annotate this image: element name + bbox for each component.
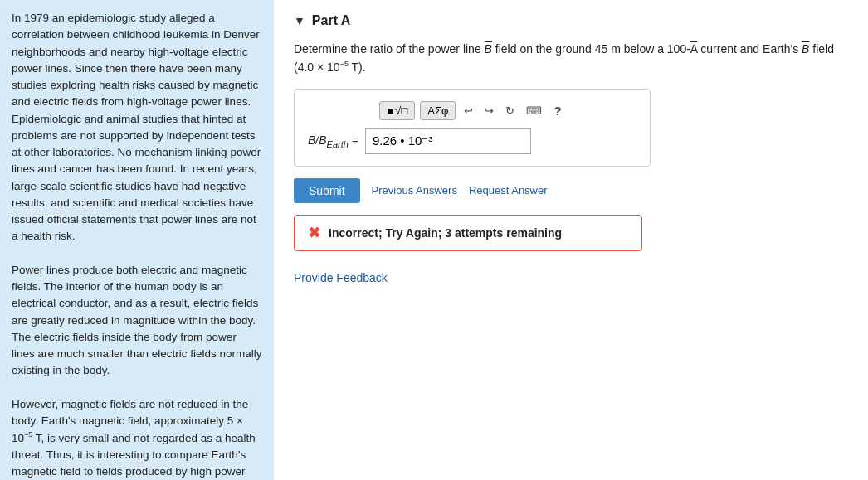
- x-icon: ✖: [308, 224, 320, 242]
- left-text-3: However, magnetic fields are not reduced…: [12, 396, 262, 480]
- left-panel: In 1979 an epidemiologic study alleged a…: [0, 0, 274, 480]
- right-panel: ▼ Part A Determine the ratio of the powe…: [274, 0, 868, 480]
- toolbar: ■ √□ ΑΣφ ↩ ↪ ↻ ⌨ ?: [308, 101, 636, 120]
- symbol-label: ΑΣφ: [427, 104, 448, 117]
- previous-answers-button[interactable]: Previous Answers: [372, 184, 457, 196]
- buttons-row: Submit Previous Answers Request Answer: [294, 178, 848, 203]
- sqrt-button[interactable]: ■ √□: [379, 101, 415, 120]
- redo-button[interactable]: ↪: [481, 103, 497, 119]
- symbol-button[interactable]: ΑΣφ: [420, 101, 456, 120]
- answer-label: B/BEarth =: [308, 133, 358, 149]
- sqrt-label: √□: [395, 104, 407, 117]
- answer-input[interactable]: [365, 128, 531, 154]
- submit-button[interactable]: Submit: [294, 178, 360, 203]
- keyboard-button[interactable]: ⌨: [523, 103, 545, 119]
- incorrect-text: Incorrect; Try Again; 3 attempts remaini…: [329, 226, 562, 240]
- problem-text: Determine the ratio of the power line B …: [294, 40, 848, 77]
- refresh-button[interactable]: ↻: [502, 103, 518, 119]
- help-button[interactable]: ?: [550, 102, 564, 119]
- undo-button[interactable]: ↩: [461, 103, 476, 119]
- square-icon: ■: [387, 104, 393, 117]
- collapse-arrow[interactable]: ▼: [294, 14, 305, 27]
- answer-row: B/BEarth =: [308, 128, 636, 154]
- request-answer-button[interactable]: Request Answer: [469, 184, 548, 196]
- part-header: ▼ Part A: [294, 13, 848, 28]
- left-text-2: Power lines produce both electric and ma…: [12, 262, 262, 380]
- provide-feedback-link[interactable]: Provide Feedback: [294, 271, 388, 284]
- incorrect-box: ✖ Incorrect; Try Again; 3 attempts remai…: [294, 215, 642, 251]
- left-text-1: In 1979 an epidemiologic study alleged a…: [12, 10, 262, 245]
- input-box-container: ■ √□ ΑΣφ ↩ ↪ ↻ ⌨ ? B/BEarth =: [294, 89, 651, 167]
- provide-feedback-container: Provide Feedback: [294, 271, 848, 284]
- part-label: Part A: [312, 13, 351, 28]
